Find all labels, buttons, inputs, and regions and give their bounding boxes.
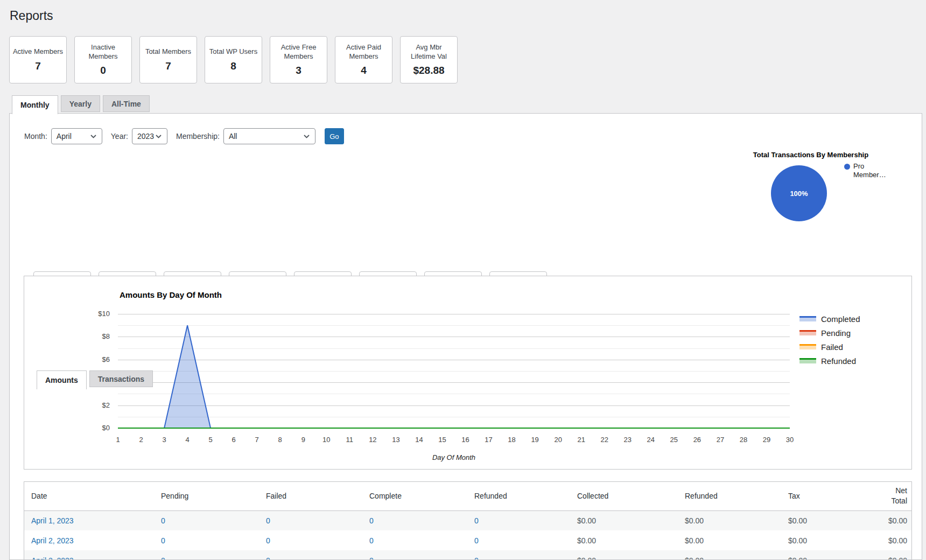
column-header-collected: Collected [570,482,678,510]
legend-label: Refunded [821,356,856,366]
column-header-tax: Tax [781,482,882,510]
chevron-down-icon [90,135,96,138]
date-link[interactable]: April 1, 2023 [31,516,74,525]
count-link[interactable]: 0 [474,536,479,545]
pie-legend-label: Pro Member… [853,162,891,179]
y-axis-label: $8 [78,332,110,340]
count-link[interactable]: 0 [369,536,374,545]
table-cell: $0.00 [882,530,911,550]
tab-all-time[interactable]: All-Time [103,95,150,112]
series-area-completed [118,325,790,428]
table-cell: 0 [362,510,467,530]
month-select[interactable]: April [51,128,102,144]
table-cell: 0 [467,510,570,530]
column-header-failed: Failed [259,482,362,510]
legend-swatch-icon [799,358,816,363]
x-axis-title: Day Of Month [118,453,790,461]
x-axis-label: 30 [782,436,798,444]
x-axis-label: 14 [411,436,427,444]
stat-label: Total WP Users [209,47,257,57]
table-cell: 0 [154,510,259,530]
count-link[interactable]: 0 [266,536,270,545]
x-axis-label: 2 [133,436,149,444]
count-link[interactable]: 0 [474,516,479,525]
y-axis-label: $2 [78,401,110,409]
x-axis-label: 28 [735,436,752,444]
x-axis-label: 8 [272,436,288,444]
table-cell: 0 [259,530,362,550]
x-axis-label: 3 [156,436,172,444]
stat-label: Inactive Members [78,43,129,61]
date-link[interactable]: April 2, 2023 [31,536,74,545]
column-header-complete: Complete [362,482,467,510]
year-select-value: 2023 [137,132,154,141]
x-axis-label: 13 [388,436,404,444]
table-cell: 0 [154,550,259,560]
chevron-down-icon [304,135,310,138]
count-link[interactable]: 0 [474,556,479,560]
x-axis-label: 26 [689,436,705,444]
month-label: Month: [24,132,47,141]
x-axis-label: 18 [504,436,520,444]
tab-amounts[interactable]: Amounts [37,370,87,389]
count-link[interactable]: 0 [266,556,270,560]
stat-label: Active Members [13,47,63,57]
legend-label: Completed [821,314,860,324]
date-link[interactable]: April 3, 2023 [31,556,74,560]
table-cell: $0.00 [678,550,781,560]
legend-item-pending: Pending [799,326,860,340]
table-cell: 0 [259,510,362,530]
stat-active-members: Active Members7 [9,36,67,83]
column-header-date: Date [24,482,154,510]
table-cell: 0 [467,530,570,550]
table-cell: April 1, 2023 [24,510,154,530]
count-link[interactable]: 0 [266,516,270,525]
table-cell: $0.00 [570,530,678,550]
stat-active-free-members: Active Free Members3 [270,36,327,83]
count-link[interactable]: 0 [369,516,374,525]
x-axis-label: 23 [620,436,636,444]
period-tabs: MonthlyYearlyAll-Time [12,95,150,114]
y-axis-label: $10 [78,310,110,318]
table-cell: $0.00 [882,550,911,560]
count-link[interactable]: 0 [161,516,165,525]
chart-legend: CompletedPendingFailedRefunded [799,312,860,368]
pie-legend: Pro Member… [844,162,891,179]
monthly-report-panel: Month: April Year: 2023 Membership: All … [9,113,922,560]
stat-inactive-members: Inactive Members0 [74,36,132,83]
table-cell: $0.00 [781,550,882,560]
table-cell: $0.00 [678,530,781,550]
go-button[interactable]: Go [325,128,344,144]
pie-chart-title: Total Transactions By Membership [730,151,892,159]
month-select-value: April [57,132,72,141]
table-cell: $0.00 [570,550,678,560]
table-header-row: DatePendingFailedCompleteRefundedCollect… [24,482,911,510]
x-axis-label: 10 [318,436,334,444]
count-link[interactable]: 0 [161,536,165,545]
tab-transactions[interactable]: Transactions [89,370,153,387]
member-stats-row: Active Members7Inactive Members0Total Me… [9,36,458,83]
amounts-area-chart [118,314,790,429]
x-axis-label: 22 [597,436,613,444]
membership-select[interactable]: All [223,128,315,144]
stat-active-paid-members: Active Paid Members4 [335,36,392,83]
count-link[interactable]: 0 [161,556,165,560]
tab-yearly[interactable]: Yearly [61,95,100,112]
x-axis-label: 21 [573,436,590,444]
tab-monthly[interactable]: Monthly [12,95,58,114]
table-row: April 2, 20230000$0.00$0.00$0.00$0.00 [24,530,911,550]
count-link[interactable]: 0 [369,556,374,560]
table-cell: $0.00 [678,510,781,530]
x-axis-label: 29 [759,436,775,444]
daily-totals: DatePendingFailedCompleteRefundedCollect… [24,482,911,560]
stat-value: $28.88 [413,65,444,76]
stat-value: 7 [35,60,41,72]
table-cell: April 3, 2023 [24,550,154,560]
legend-swatch-icon [799,330,816,335]
stat-label: Total Members [145,47,191,57]
legend-label: Failed [821,342,843,352]
stat-value: 3 [296,65,301,76]
column-header-refunded: Refunded [467,482,570,510]
year-select[interactable]: 2023 [132,128,167,144]
legend-item-completed: Completed [799,312,860,326]
